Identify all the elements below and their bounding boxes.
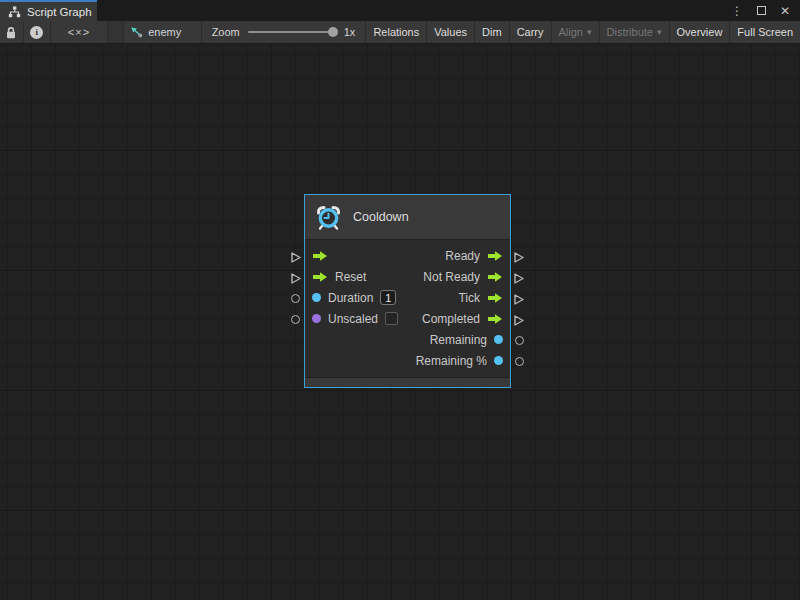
port-label: Completed <box>422 312 480 326</box>
node-footer <box>305 377 510 387</box>
full-screen-button[interactable]: Full Screen <box>729 21 800 43</box>
toolbar-gap <box>108 21 124 43</box>
value-input-port-icon[interactable] <box>312 314 321 323</box>
window-controls: ⋮ ✕ <box>731 0 800 21</box>
zoom-label: Zoom <box>212 26 240 38</box>
dim-button[interactable]: Dim <box>474 21 509 43</box>
value-output-port-icon[interactable] <box>494 356 503 365</box>
flow-output-port-icon[interactable] <box>487 271 503 283</box>
flow-output-port-icon[interactable] <box>487 313 503 325</box>
port-label: Tick <box>458 291 480 305</box>
unscaled-checkbox[interactable] <box>385 312 398 325</box>
script-graph-window: Script Graph ⋮ ✕ i <×> <box>0 0 800 600</box>
values-button[interactable]: Values <box>426 21 474 43</box>
chevron-down-icon: ▾ <box>587 27 592 37</box>
port-label: Remaining <box>430 333 487 347</box>
distribute-dropdown[interactable]: Distribute ▾ <box>599 21 669 43</box>
value-connector-circle[interactable] <box>515 336 524 345</box>
node-body: Ready Reset Not Ready <box>305 240 510 377</box>
tab-label: Script Graph <box>27 6 92 18</box>
port-row: Remaining % <box>305 350 510 371</box>
value-connector-circle[interactable] <box>291 315 300 324</box>
flow-connector-triangle[interactable] <box>513 293 525 306</box>
port-row: Ready <box>305 245 510 266</box>
port-label: Duration <box>328 291 373 305</box>
zoom-slider[interactable] <box>248 31 336 33</box>
alarm-clock-icon <box>315 204 342 231</box>
overview-button[interactable]: Overview <box>669 21 730 43</box>
duration-input[interactable]: 1 <box>380 290 396 305</box>
port-label: Unscaled <box>328 312 378 326</box>
port-label: Reset <box>335 270 366 284</box>
lock-button[interactable] <box>0 21 24 43</box>
flow-output-port-icon[interactable] <box>487 250 503 262</box>
toolbar-right-buttons: Relations Values Dim Carry Align ▾ Distr… <box>365 21 800 43</box>
port-label: Ready <box>445 249 480 263</box>
maximize-icon[interactable] <box>757 6 766 15</box>
zoom-control: Zoom 1x <box>202 21 366 43</box>
graph-canvas[interactable]: Cooldown Ready <box>0 44 800 600</box>
port-row: Reset Not Ready <box>305 266 510 287</box>
zoom-slider-handle[interactable] <box>328 27 338 37</box>
value-input-port-icon[interactable] <box>312 293 321 302</box>
align-dropdown[interactable]: Align ▾ <box>551 21 599 43</box>
port-row: Remaining <box>305 329 510 350</box>
lock-icon <box>5 26 17 39</box>
graph-name-label: enemy <box>148 26 181 38</box>
code-preview-button[interactable]: <×> <box>51 21 108 43</box>
close-icon[interactable]: ✕ <box>780 5 790 17</box>
node-header[interactable]: Cooldown <box>305 195 510 240</box>
info-icon: i <box>30 26 43 39</box>
relations-button[interactable]: Relations <box>365 21 426 43</box>
graph-asset-icon <box>130 26 143 39</box>
flow-connector-triangle[interactable] <box>290 272 302 285</box>
titlebar: Script Graph ⋮ ✕ <box>0 0 800 21</box>
chevron-down-icon: ▾ <box>657 27 662 37</box>
flow-output-port-icon[interactable] <box>487 292 503 304</box>
value-connector-circle[interactable] <box>515 357 524 366</box>
flow-connector-triangle[interactable] <box>513 251 525 264</box>
value-connector-circle[interactable] <box>291 294 300 303</box>
port-label: Remaining % <box>416 354 487 368</box>
distribute-label: Distribute <box>607 26 653 38</box>
node-title: Cooldown <box>353 210 409 224</box>
align-label: Align <box>559 26 583 38</box>
carry-button[interactable]: Carry <box>509 21 551 43</box>
graph-breadcrumb[interactable]: enemy <box>124 21 201 43</box>
code-icon: <×> <box>68 26 90 38</box>
flow-connector-triangle[interactable] <box>513 314 525 327</box>
flow-connector-triangle[interactable] <box>290 251 302 264</box>
port-label: Not Ready <box>423 270 480 284</box>
port-row: Duration 1 Tick <box>305 287 510 308</box>
flow-input-port-icon[interactable] <box>312 271 328 283</box>
value-output-port-icon[interactable] <box>494 335 503 344</box>
port-row: Unscaled Completed <box>305 308 510 329</box>
toolbar: i <×> enemy Zoom 1x Relations V <box>0 21 800 44</box>
flow-connector-triangle[interactable] <box>513 272 525 285</box>
tab-script-graph[interactable]: Script Graph <box>0 0 97 21</box>
hierarchy-icon <box>8 6 21 18</box>
cooldown-node[interactable]: Cooldown Ready <box>304 194 511 388</box>
flow-input-port-icon[interactable] <box>312 250 328 262</box>
zoom-value: 1x <box>344 26 356 38</box>
info-button[interactable]: i <box>24 21 51 43</box>
kebab-menu-icon[interactable]: ⋮ <box>731 5 743 17</box>
